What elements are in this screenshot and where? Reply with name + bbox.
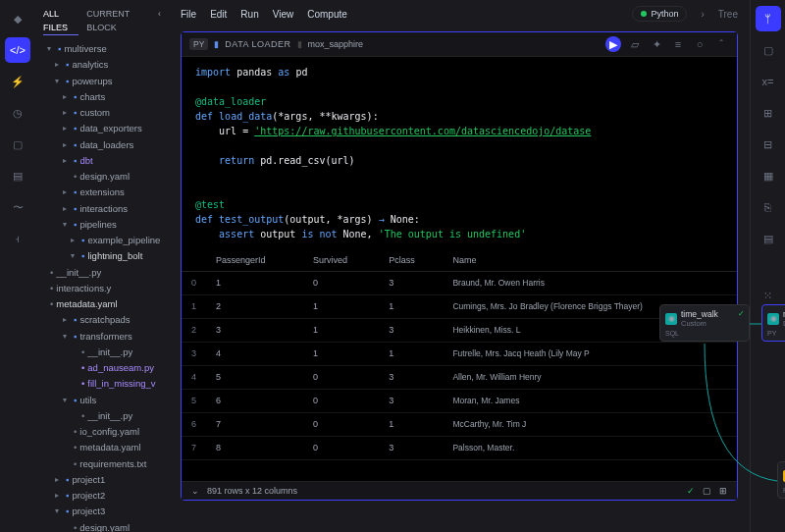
table-row[interactable]: 0103Braund, Mr. Owen Harris: [182, 272, 737, 295]
menu-edit[interactable]: Edit: [210, 9, 227, 20]
tree-item[interactable]: ▸▪analytics: [39, 57, 165, 73]
menu-file[interactable]: File: [181, 9, 196, 20]
table-row[interactable]: 2313Heikkinen, Miss. L: [182, 319, 737, 343]
row-count: 891 rows x 12 columns: [207, 486, 297, 496]
graph-node-mox_sapphire[interactable]: ✓◉mox_sapphireData loaderPY: [761, 304, 785, 342]
filter-icon[interactable]: ≡: [670, 36, 686, 52]
left-rail: ◆ </> ⚡ ◷ ▢ ▤ 〜 ⫞: [0, 0, 35, 532]
rail-btn-flash[interactable]: ⚡: [5, 69, 30, 94]
editor-header: PY ▮ DATA LOADER ▮ mox_sapphire ▶ ▱ ✦ ≡ …: [182, 32, 737, 57]
menu-run[interactable]: Run: [240, 9, 258, 20]
tree-item[interactable]: ▾▪utils: [39, 393, 165, 408]
table-row[interactable]: 1211Cumings, Mrs. Jo Bradley (Florence B…: [182, 295, 737, 319]
rail-btn-activity[interactable]: 〜: [5, 194, 30, 220]
tab-chevron[interactable]: ‹: [158, 8, 161, 35]
tree-item[interactable]: ▸▪custom: [39, 105, 165, 121]
tree-item[interactable]: •__init__.py: [39, 408, 165, 424]
tree-item[interactable]: ▸▪project1: [39, 472, 165, 488]
tree-item[interactable]: •requirements.txt: [39, 456, 165, 472]
run-button[interactable]: ▶: [605, 36, 621, 52]
language-badge[interactable]: Python: [632, 6, 687, 22]
rail-btn-2[interactable]: ▤: [5, 163, 30, 188]
right-rail: ᛘ ▢ x= ⊞ ⊟ ▦ ⎘ ▤ ⁙: [750, 0, 785, 532]
tree-item[interactable]: ▸▪data_exporters: [39, 121, 165, 136]
tree-item[interactable]: •design.yaml: [39, 169, 165, 185]
tree-item[interactable]: •design.yaml: [39, 520, 165, 533]
function-name: mox_sapphire: [308, 39, 364, 49]
block-type-label: DATA LOADER: [225, 39, 290, 49]
col-header[interactable]: Survived: [303, 249, 379, 272]
table-row[interactable]: 6701McCarthy, Mr. Tim J: [182, 413, 737, 437]
rail-btn-clock[interactable]: ◷: [5, 100, 30, 126]
collapse-icon[interactable]: ˆ: [713, 36, 729, 52]
rail-btn-r1[interactable]: ▢: [756, 37, 781, 63]
col-header[interactable]: PassengerId: [206, 249, 303, 272]
table-row[interactable]: 4503Allen, Mr. William Henry: [182, 366, 737, 390]
tree-item[interactable]: •interactions.y: [39, 281, 165, 296]
tree-item[interactable]: ▸▪project2: [39, 488, 165, 504]
rail-btn-r7[interactable]: ▤: [756, 226, 781, 251]
file-tree: ▾▪multiverse▸▪analytics▾▪powerups▸▪chart…: [35, 39, 169, 532]
tree-item[interactable]: •io_config.yaml: [39, 424, 165, 440]
editor-panel: PY ▮ DATA LOADER ▮ mox_sapphire ▶ ▱ ✦ ≡ …: [181, 31, 738, 501]
col-header[interactable]: Pclass: [379, 249, 443, 272]
tree-item[interactable]: ▸▪extensions: [39, 185, 165, 200]
sparkle-icon[interactable]: ✦: [649, 36, 664, 52]
rail-btn-logo[interactable]: ◆: [5, 6, 30, 31]
circle-icon[interactable]: ○: [692, 36, 707, 52]
rail-btn-r3[interactable]: ⊞: [756, 100, 781, 126]
file-sidebar: ALL FILES CURRENT BLOCK ‹ ▾▪multiverse▸▪…: [35, 0, 169, 532]
tree-item[interactable]: •__init__.py: [39, 345, 165, 360]
tree-item[interactable]: ▸▪charts: [39, 89, 165, 105]
table-row[interactable]: 7803Palsson, Master.: [182, 437, 737, 460]
tree-item[interactable]: ▸▪scratchpads: [39, 312, 165, 328]
col-header[interactable]: Name: [443, 249, 737, 272]
menu-view[interactable]: View: [273, 9, 294, 20]
tree-item[interactable]: •fill_in_missing_v: [39, 376, 165, 392]
rail-btn-tree[interactable]: ᛘ: [756, 6, 781, 31]
table-row[interactable]: 3411Futrelle, Mrs. Jacq Heath (Lily May …: [182, 343, 737, 366]
tree-item[interactable]: ▾▪transformers: [39, 329, 165, 345]
tree-item[interactable]: ▾▪multiverse: [39, 41, 165, 57]
export-icon[interactable]: ▱: [627, 36, 643, 52]
tree-item[interactable]: •metadata.yaml: [39, 296, 165, 312]
rail-btn-r4[interactable]: ⊟: [756, 132, 781, 157]
graph-node-planeswalk[interactable]: ✓◉planeswalkData exporterPY: [777, 461, 785, 499]
rail-btn-square[interactable]: ▢: [5, 132, 30, 157]
breadcrumb-tree[interactable]: Tree: [718, 9, 738, 20]
table-row[interactable]: 5603Moran, Mr. James: [182, 390, 737, 413]
status-bar: ⌄ 891 rows x 12 columns ✓ ▢ ⊞: [182, 481, 737, 500]
tree-item[interactable]: ▾▪lightning_bolt: [39, 248, 165, 264]
tree-item[interactable]: ▸▪example_pipeline: [39, 233, 165, 248]
code-editor[interactable]: import pandas as pd @data_loader def loa…: [182, 57, 737, 249]
rail-btn-r5[interactable]: ▦: [756, 163, 781, 188]
copy-icon[interactable]: ▢: [703, 486, 711, 496]
data-table[interactable]: PassengerIdSurvivedPclassName 0103Braund…: [182, 249, 737, 481]
more-icon[interactable]: ⊞: [719, 486, 727, 496]
tree-item[interactable]: •ad_nauseam.py: [39, 360, 165, 376]
tree-item[interactable]: ▸▪data_loaders: [39, 137, 165, 153]
tab-current-block[interactable]: CURRENT BLOCK: [86, 8, 150, 35]
menubar: File Edit Run View Compute Python › Tree: [169, 0, 750, 27]
tree-item[interactable]: •metadata.yaml: [39, 440, 165, 455]
tree-item[interactable]: •__init__.py: [39, 265, 165, 281]
tree-item[interactable]: ▸▪dbt: [39, 153, 165, 169]
rail-btn-code[interactable]: </>: [5, 37, 30, 63]
rail-btn-r2[interactable]: x=: [756, 69, 781, 94]
sidebar-tabs: ALL FILES CURRENT BLOCK ‹: [35, 4, 169, 39]
rail-btn-r6[interactable]: ⎘: [756, 194, 781, 220]
py-badge: PY: [189, 38, 208, 50]
tree-item[interactable]: ▾▪project3: [39, 504, 165, 519]
main: File Edit Run View Compute Python › Tree…: [169, 0, 750, 532]
menu-compute[interactable]: Compute: [307, 9, 347, 20]
tree-item[interactable]: ▾▪powerups: [39, 74, 165, 89]
graph-node-time_walk[interactable]: ✓◉time_walkCustomSQL: [659, 304, 750, 342]
expand-icon[interactable]: ⌄: [191, 486, 199, 496]
rail-btn-chart[interactable]: ⫞: [5, 226, 30, 251]
check-icon: ✓: [687, 486, 695, 496]
breadcrumb-chevron: ›: [701, 9, 704, 20]
tab-all-files[interactable]: ALL FILES: [43, 8, 78, 35]
tree-item[interactable]: ▾▪pipelines: [39, 217, 165, 233]
tree-item[interactable]: ▸▪interactions: [39, 201, 165, 217]
